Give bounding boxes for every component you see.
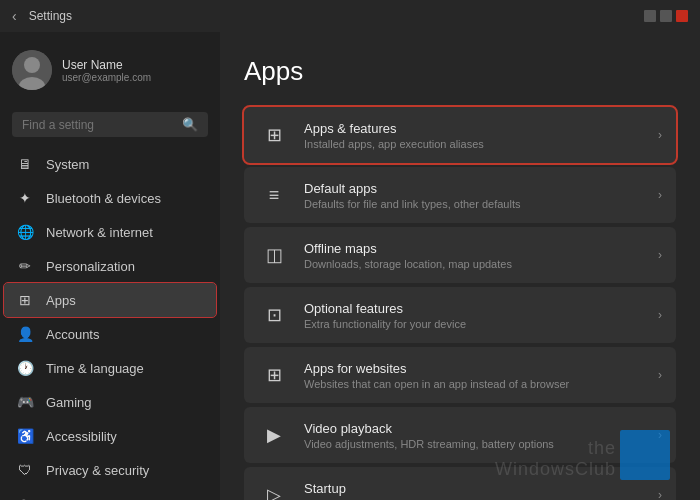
search-icon: 🔍	[182, 117, 198, 132]
sidebar-item-accounts[interactable]: 👤Accounts	[4, 317, 216, 351]
default-apps-icon: ≡	[258, 179, 290, 211]
gaming-icon: 🎮	[16, 393, 34, 411]
sidebar-item-label-accessibility: Accessibility	[46, 429, 117, 444]
sidebar-item-privacy[interactable]: 🛡Privacy & security	[4, 453, 216, 487]
system-icon: 🖥	[16, 155, 34, 173]
optional-features-desc: Extra functionality for your device	[304, 318, 644, 330]
default-apps-title: Default apps	[304, 181, 644, 196]
setting-item-apps-features[interactable]: ⊞Apps & featuresInstalled apps, app exec…	[244, 107, 676, 163]
maximize-button[interactable]	[660, 10, 672, 22]
user-name: User Name	[62, 58, 151, 72]
apps-websites-icon: ⊞	[258, 359, 290, 391]
sidebar-item-personalization[interactable]: ✏Personalization	[4, 249, 216, 283]
setting-item-optional-features[interactable]: ⊡Optional featuresExtra functionality fo…	[244, 287, 676, 343]
optional-features-icon: ⊡	[258, 299, 290, 331]
network-icon: 🌐	[16, 223, 34, 241]
avatar	[12, 50, 52, 90]
update-icon: ⟳	[16, 495, 34, 500]
startup-chevron-icon: ›	[658, 488, 662, 500]
default-apps-desc: Defaults for file and link types, other …	[304, 198, 644, 210]
sidebar-item-label-system: System	[46, 157, 89, 172]
apps-websites-desc: Websites that can open in an app instead…	[304, 378, 644, 390]
apps-icon: ⊞	[16, 291, 34, 309]
app-body: User Name user@example.com 🔍 🖥System✦Blu…	[0, 32, 700, 500]
user-info: User Name user@example.com	[62, 58, 151, 83]
setting-item-offline-maps[interactable]: ◫Offline mapsDownloads, storage location…	[244, 227, 676, 283]
accessibility-icon: ♿	[16, 427, 34, 445]
sidebar-item-time[interactable]: 🕐Time & language	[4, 351, 216, 385]
time-icon: 🕐	[16, 359, 34, 377]
video-playback-desc: Video adjustments, HDR streaming, batter…	[304, 438, 644, 450]
settings-list: ⊞Apps & featuresInstalled apps, app exec…	[244, 107, 676, 500]
video-playback-icon: ▶	[258, 419, 290, 451]
setting-item-startup[interactable]: ▷StartupApps that start automatically wh…	[244, 467, 676, 500]
bluetooth-icon: ✦	[16, 189, 34, 207]
offline-maps-chevron-icon: ›	[658, 248, 662, 262]
page-title: Apps	[244, 56, 676, 87]
apps-features-icon: ⊞	[258, 119, 290, 151]
default-apps-chevron-icon: ›	[658, 188, 662, 202]
offline-maps-text: Offline mapsDownloads, storage location,…	[304, 241, 644, 270]
video-playback-chevron-icon: ›	[658, 428, 662, 442]
sidebar-item-label-privacy: Privacy & security	[46, 463, 149, 478]
svg-point-1	[24, 57, 40, 73]
startup-title: Startup	[304, 481, 644, 496]
user-email: user@example.com	[62, 72, 151, 83]
apps-websites-title: Apps for websites	[304, 361, 644, 376]
startup-text: StartupApps that start automatically whe…	[304, 481, 644, 501]
sidebar-item-label-update: Windows Update	[46, 497, 144, 501]
user-profile[interactable]: User Name user@example.com	[0, 40, 220, 100]
apps-features-chevron-icon: ›	[658, 128, 662, 142]
setting-item-video-playback[interactable]: ▶Video playbackVideo adjustments, HDR st…	[244, 407, 676, 463]
sidebar-item-label-time: Time & language	[46, 361, 144, 376]
sidebar-item-label-network: Network & internet	[46, 225, 153, 240]
startup-icon: ▷	[258, 479, 290, 500]
optional-features-chevron-icon: ›	[658, 308, 662, 322]
sidebar: User Name user@example.com 🔍 🖥System✦Blu…	[0, 32, 220, 500]
title-bar-controls	[644, 10, 688, 22]
optional-features-title: Optional features	[304, 301, 644, 316]
optional-features-text: Optional featuresExtra functionality for…	[304, 301, 644, 330]
sidebar-item-gaming[interactable]: 🎮Gaming	[4, 385, 216, 419]
sidebar-item-label-accounts: Accounts	[46, 327, 99, 342]
sidebar-item-label-bluetooth: Bluetooth & devices	[46, 191, 161, 206]
offline-maps-desc: Downloads, storage location, map updates	[304, 258, 644, 270]
minimize-button[interactable]	[644, 10, 656, 22]
privacy-icon: 🛡	[16, 461, 34, 479]
search-box[interactable]: 🔍	[12, 112, 208, 137]
title-bar: ‹ Settings	[0, 0, 700, 32]
apps-websites-chevron-icon: ›	[658, 368, 662, 382]
apps-features-desc: Installed apps, app execution aliases	[304, 138, 644, 150]
video-playback-text: Video playbackVideo adjustments, HDR str…	[304, 421, 644, 450]
offline-maps-title: Offline maps	[304, 241, 644, 256]
sidebar-item-accessibility[interactable]: ♿Accessibility	[4, 419, 216, 453]
close-button[interactable]	[676, 10, 688, 22]
sidebar-item-label-personalization: Personalization	[46, 259, 135, 274]
content-area: Apps ⊞Apps & featuresInstalled apps, app…	[220, 32, 700, 500]
title-bar-left: ‹ Settings	[12, 8, 72, 24]
sidebar-item-bluetooth[interactable]: ✦Bluetooth & devices	[4, 181, 216, 215]
title-bar-title: Settings	[29, 9, 72, 23]
default-apps-text: Default appsDefaults for file and link t…	[304, 181, 644, 210]
setting-item-default-apps[interactable]: ≡Default appsDefaults for file and link …	[244, 167, 676, 223]
search-input[interactable]	[22, 118, 176, 132]
offline-maps-icon: ◫	[258, 239, 290, 271]
accounts-icon: 👤	[16, 325, 34, 343]
personalization-icon: ✏	[16, 257, 34, 275]
apps-websites-text: Apps for websitesWebsites that can open …	[304, 361, 644, 390]
video-playback-title: Video playback	[304, 421, 644, 436]
apps-features-text: Apps & featuresInstalled apps, app execu…	[304, 121, 644, 150]
apps-features-title: Apps & features	[304, 121, 644, 136]
sidebar-item-apps[interactable]: ⊞Apps	[4, 283, 216, 317]
sidebar-item-system[interactable]: 🖥System	[4, 147, 216, 181]
back-button[interactable]: ‹	[12, 8, 17, 24]
sidebar-item-update[interactable]: ⟳Windows Update	[4, 487, 216, 500]
sidebar-item-label-gaming: Gaming	[46, 395, 92, 410]
sidebar-item-network[interactable]: 🌐Network & internet	[4, 215, 216, 249]
sidebar-item-label-apps: Apps	[46, 293, 76, 308]
setting-item-apps-websites[interactable]: ⊞Apps for websitesWebsites that can open…	[244, 347, 676, 403]
sidebar-nav: 🖥System✦Bluetooth & devices🌐Network & in…	[0, 147, 220, 500]
